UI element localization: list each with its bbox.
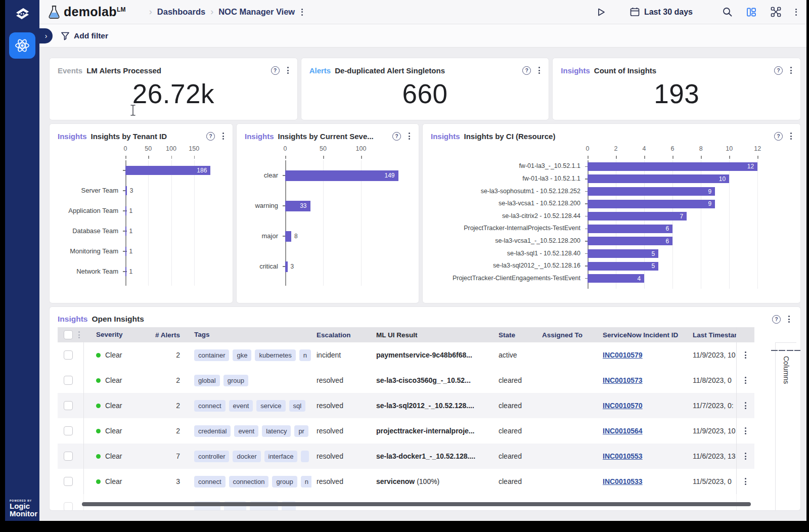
help-icon[interactable]: ?	[774, 132, 783, 141]
tag-chip[interactable]: service	[256, 400, 285, 412]
chart-bar[interactable]	[588, 249, 658, 258]
tag-chip[interactable]: kubernetes	[255, 349, 295, 361]
column-header-ml-ui-result[interactable]: ML UI Result	[367, 331, 493, 339]
tag-chip[interactable]: event	[229, 400, 253, 412]
row-more-icon[interactable]	[743, 401, 748, 411]
chart-bar[interactable]	[125, 227, 126, 236]
breadcrumb-dashboards[interactable]: Dashboards	[157, 7, 205, 17]
row-checkbox[interactable]	[64, 477, 73, 486]
tag-chip[interactable]: credential	[194, 425, 231, 437]
tag-chip[interactable]: group	[272, 476, 297, 487]
add-filter-button[interactable]: Add filter	[61, 31, 108, 40]
logicmonitor-logo[interactable]	[12, 4, 32, 24]
tag-chip[interactable]: gke	[233, 349, 251, 361]
widget-more-icon[interactable]	[407, 131, 412, 141]
columns-panel-tab[interactable]: Columns	[775, 342, 796, 510]
tag-chip[interactable]	[301, 451, 309, 462]
topology-icon[interactable]	[770, 6, 782, 18]
row-checkbox[interactable]	[64, 376, 73, 385]
servicenow-incident-link[interactable]: INC0010533	[603, 477, 643, 485]
chart-bar[interactable]	[125, 267, 126, 276]
servicenow-incident-link[interactable]: INC0010579	[603, 351, 643, 359]
row-more-icon[interactable]	[743, 375, 748, 385]
column-header-assigned-to[interactable]: Assigned To	[539, 331, 600, 339]
tag-chip[interactable]: connect	[194, 400, 226, 412]
chart-bar[interactable]	[588, 225, 672, 233]
row-checkbox[interactable]	[64, 426, 73, 435]
column-header-servicenow-incident-id[interactable]: ServiceNow Incident ID	[600, 331, 691, 339]
column-header-state[interactable]: State	[493, 331, 539, 339]
atom-app-button[interactable]	[9, 32, 35, 59]
tag-chip[interactable]: controller	[194, 451, 229, 462]
tag-chip[interactable]: container	[194, 349, 229, 361]
help-icon[interactable]: ?	[392, 132, 401, 141]
select-all-checkbox[interactable]	[64, 330, 73, 339]
portal-brand[interactable]: demolabLM	[48, 5, 126, 20]
tag-chip[interactable]: sql	[289, 400, 306, 412]
tag-chip[interactable]: n	[299, 349, 311, 361]
help-icon[interactable]: ?	[522, 66, 531, 75]
widget-more-icon[interactable]	[789, 131, 793, 141]
chart-bar[interactable]	[588, 162, 757, 171]
chart-bar[interactable]	[588, 200, 715, 208]
row-checkbox[interactable]	[64, 452, 73, 461]
chart-bar[interactable]	[588, 212, 687, 220]
tag-chip[interactable]: global	[194, 375, 220, 386]
chart-bar[interactable]	[125, 206, 126, 215]
column-header-severity[interactable]: Severity	[84, 327, 145, 342]
servicenow-incident-link[interactable]: INC0010570	[603, 402, 643, 410]
chart-bar[interactable]	[285, 231, 291, 242]
row-checkbox[interactable]	[64, 350, 73, 360]
widget-more-icon[interactable]	[789, 65, 793, 75]
logic-label: Logic	[10, 502, 37, 510]
column-header-last-timestamp[interactable]: Last Timestamp	[691, 331, 736, 339]
column-header-escalation[interactable]: Escalation	[311, 331, 367, 339]
layout-icon[interactable]	[746, 7, 757, 18]
help-icon[interactable]: ?	[206, 132, 215, 141]
chart-bar[interactable]	[125, 247, 126, 256]
servicenow-incident-link[interactable]: INC0010564	[603, 427, 643, 435]
column-header-tags[interactable]: Tags	[185, 327, 311, 342]
search-icon[interactable]	[722, 7, 733, 17]
chart-bar[interactable]	[588, 262, 658, 271]
tag-chip[interactable]: pr	[294, 425, 308, 437]
help-icon[interactable]: ?	[271, 66, 280, 75]
row-more-icon[interactable]	[743, 426, 748, 436]
help-icon[interactable]: ?	[772, 315, 781, 324]
servicenow-incident-link[interactable]: INC0010553	[603, 452, 643, 460]
chart-bar[interactable]	[285, 261, 288, 272]
row-more-icon[interactable]	[743, 476, 748, 486]
column-header--alerts[interactable]: # Alerts	[145, 331, 185, 339]
row-more-icon[interactable]	[743, 350, 748, 360]
tag-chip[interactable]: latency	[262, 425, 291, 437]
chart-bar[interactable]	[588, 274, 644, 283]
chart-bar[interactable]	[285, 170, 398, 181]
widget-more-icon[interactable]	[286, 65, 290, 75]
date-range-picker[interactable]: Last 30 days	[630, 7, 693, 17]
breadcrumb-more-icon[interactable]	[300, 7, 304, 17]
chart-bar[interactable]	[588, 187, 715, 196]
topbar-more-icon[interactable]	[794, 7, 798, 17]
widget-more-icon[interactable]	[221, 131, 226, 141]
chart-bar[interactable]	[588, 174, 729, 183]
tag-chip[interactable]: connection	[229, 476, 269, 487]
header-more-icon[interactable]	[77, 330, 81, 340]
servicenow-incident-link[interactable]: INC0010573	[603, 376, 643, 384]
tag-chip[interactable]: docker	[233, 451, 260, 462]
widget-more-icon[interactable]	[787, 314, 791, 324]
row-checkbox[interactable]	[64, 401, 73, 410]
row-checkbox[interactable]	[64, 502, 73, 510]
tag-chip[interactable]: n	[301, 476, 311, 487]
play-icon[interactable]	[596, 7, 606, 17]
expand-sidebar-button[interactable]: ›	[39, 28, 53, 43]
row-more-icon[interactable]	[743, 451, 748, 461]
chart-bar[interactable]	[125, 186, 127, 195]
horizontal-scrollbar[interactable]	[82, 502, 751, 506]
help-icon[interactable]: ?	[774, 66, 783, 75]
tag-chip[interactable]: group	[223, 375, 248, 386]
widget-more-icon[interactable]	[537, 65, 542, 75]
tag-chip[interactable]: event	[234, 425, 258, 437]
tag-chip[interactable]: interface	[264, 451, 298, 462]
chart-bar[interactable]	[588, 237, 672, 245]
tag-chip[interactable]: connect	[194, 476, 226, 487]
